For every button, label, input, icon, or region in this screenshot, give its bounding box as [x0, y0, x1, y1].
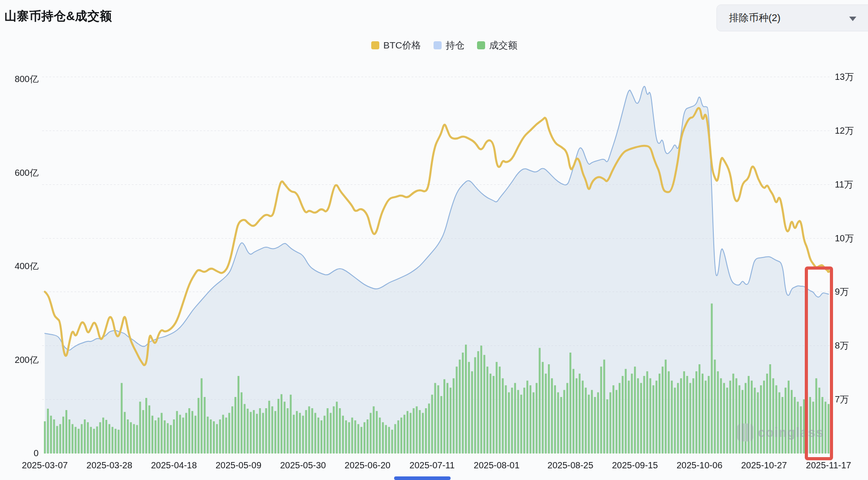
x-axis-tick: 2025-05-30: [280, 460, 326, 471]
highlight-box: [805, 266, 833, 460]
right-axis-tick: 9万: [835, 286, 849, 298]
legend-label-btc-price: BTC价格: [383, 39, 421, 52]
x-axis-tick: 2025-06-20: [345, 460, 391, 471]
exclude-coins-dropdown-label: 排除币种(2): [729, 11, 781, 25]
x-axis-tick: 2025-04-18: [151, 460, 197, 471]
x-axis-tick: 2025-11-17: [806, 460, 851, 471]
exclude-coins-dropdown[interactable]: 排除币种(2): [716, 4, 868, 31]
x-axis-tick: 2025-10-06: [677, 460, 722, 471]
chart-legend: BTC价格持仓成交额: [0, 39, 868, 52]
legend-item-btc-price[interactable]: BTC价格: [371, 39, 421, 52]
left-axis-tick: 800亿: [0, 73, 39, 85]
chevron-down-icon: [849, 17, 856, 21]
x-axis-tick: 2025-07-11: [409, 460, 455, 471]
right-axis-tick: 11万: [835, 178, 853, 190]
right-axis-tick: 13万: [835, 71, 854, 83]
right-axis-tick: 12万: [835, 124, 854, 136]
legend-swatch-volume: [477, 41, 485, 49]
legend-label-open-interest: 持仓: [446, 39, 464, 52]
legend-item-volume[interactable]: 成交额: [477, 39, 517, 52]
chart-canvas: [0, 0, 868, 480]
legend-label-volume: 成交额: [489, 39, 517, 52]
legend-item-open-interest[interactable]: 持仓: [434, 39, 464, 52]
legend-swatch-btc-price: [371, 41, 379, 49]
x-axis-tick: 2025-03-07: [22, 460, 68, 471]
x-axis-tick: 2025-10-27: [741, 460, 787, 471]
right-axis-tick: 7万: [835, 393, 849, 406]
legend-swatch-open-interest: [434, 41, 442, 49]
left-axis-tick: 600亿: [0, 166, 39, 179]
coinglass-logo-icon: [737, 423, 753, 441]
bottom-scrollbar[interactable]: [394, 476, 451, 480]
left-axis-tick: 0: [0, 448, 39, 458]
right-axis-tick: 10万: [835, 232, 854, 244]
x-axis-tick: 2025-05-09: [216, 460, 261, 471]
x-axis-tick: 2025-03-28: [87, 460, 132, 471]
page-title: 山寨币持仓&成交额: [4, 8, 112, 24]
x-axis-tick: 2025-08-01: [474, 460, 520, 471]
left-axis-tick: 200亿: [0, 353, 39, 366]
right-axis-tick: 8万: [835, 340, 849, 352]
left-axis-tick: 400亿: [0, 260, 39, 272]
x-axis-tick: 2025-08-25: [547, 460, 593, 471]
x-axis-tick: 2025-09-15: [612, 460, 658, 471]
